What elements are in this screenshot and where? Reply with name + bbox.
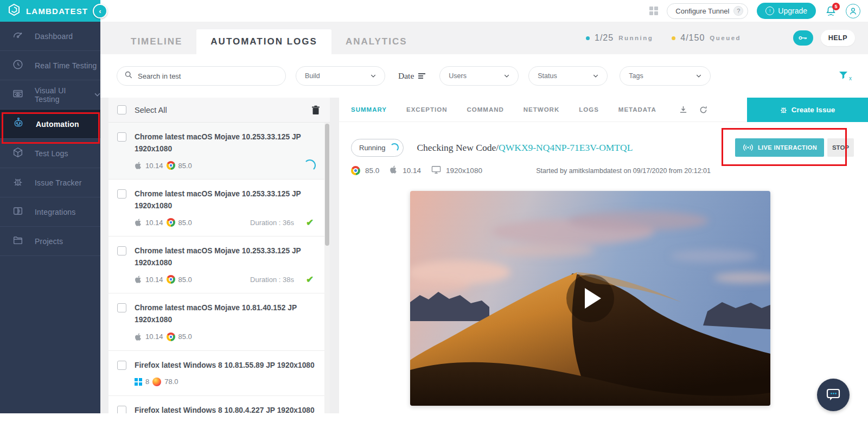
live-signal-icon <box>742 144 754 151</box>
test-title: Chrome latest macOS Mojave 10.253.33.125… <box>135 188 316 212</box>
test-detail-panel: SUMMARY EXCEPTION COMMAND NETWORK LOGS M… <box>339 98 868 413</box>
sidebar-item-test-logs[interactable]: Test Logs <box>0 139 100 168</box>
sidebar-item-label: Integrations <box>35 208 76 216</box>
notifications-bell-icon[interactable]: 5 <box>825 5 837 17</box>
test-status-icon <box>304 331 316 343</box>
filter-funnel-button[interactable]: x <box>839 71 852 81</box>
app-window: LAMBDATEST ‹ Configure Tunnel ? ↑ Upgrad… <box>0 0 868 422</box>
play-button[interactable] <box>566 274 614 322</box>
sidebar-item-label: Dashboard <box>35 32 73 41</box>
tab-logs[interactable]: LOGS <box>579 106 599 113</box>
chevron-down-icon <box>504 74 509 78</box>
test-video-player[interactable] <box>410 191 770 406</box>
main-tabs-row: TIMELINE AUTOMATION LOGS ANALYTICS 1/25 … <box>100 22 868 54</box>
access-key-button[interactable] <box>793 30 813 46</box>
test-run-code-link[interactable]: QWKX9-NQ4NP-71E3V-OMTQL <box>499 142 633 153</box>
clock-icon <box>12 59 24 72</box>
create-issue-label: Create Issue <box>792 106 835 114</box>
tab-metadata[interactable]: METADATA <box>618 106 656 113</box>
select-all-checkbox[interactable] <box>117 105 126 114</box>
chevron-down-icon <box>371 74 376 78</box>
build-dropdown[interactable]: Build <box>296 66 385 86</box>
test-list-item[interactable]: Chrome latest macOS Mojave 10.253.33.125… <box>108 236 330 293</box>
test-list-item[interactable]: Firefox latest Windows 8 10.81.55.89 JP … <box>108 351 330 396</box>
tab-exception[interactable]: EXCEPTION <box>406 106 447 113</box>
apps-grid-icon[interactable] <box>649 7 658 15</box>
browser-version: 85.0 <box>178 276 192 284</box>
tunnel-help-icon[interactable]: ? <box>733 6 743 16</box>
test-status-icon <box>304 216 316 228</box>
tab-timeline[interactable]: TIMELINE <box>117 29 196 54</box>
running-dot <box>586 36 590 40</box>
configure-tunnel-label: Configure Tunnel <box>675 7 729 15</box>
sidebar-item-integrations[interactable]: Integrations <box>0 197 100 227</box>
test-checkbox[interactable] <box>117 246 126 255</box>
test-status-icon <box>304 159 316 171</box>
sidebar-item-projects[interactable]: Projects <box>0 227 100 256</box>
running-value: 1/25 <box>595 33 614 43</box>
search-input[interactable] <box>138 72 278 80</box>
robot-icon <box>12 117 25 131</box>
download-icon[interactable] <box>679 105 687 114</box>
list-scrollbar-thumb[interactable] <box>325 124 329 246</box>
bug-icon <box>12 176 24 189</box>
delete-trash-icon[interactable] <box>311 105 320 115</box>
sidebar-item-visual-ui-testing[interactable]: Visual UI Testing <box>0 80 100 110</box>
apple-icon <box>390 165 398 176</box>
live-interaction-button[interactable]: LIVE INTERACTION <box>735 138 824 157</box>
integrations-icon <box>12 205 24 219</box>
status-dropdown[interactable]: Status <box>528 66 608 86</box>
chat-widget-button[interactable] <box>817 379 850 411</box>
browser-icon <box>167 161 175 170</box>
stop-button[interactable]: STOP <box>827 138 854 157</box>
tab-analytics[interactable]: ANALYTICS <box>331 29 422 54</box>
test-checkbox[interactable] <box>117 132 126 142</box>
browser-version: 85.0 <box>178 162 192 170</box>
search-icon <box>125 71 132 81</box>
test-list-item[interactable]: Chrome latest macOS Mojave 10.253.33.125… <box>108 123 330 180</box>
test-list-item[interactable]: Chrome latest macOS Mojave 10.81.40.152 … <box>108 293 330 350</box>
user-avatar[interactable] <box>846 4 860 18</box>
browser-icon <box>167 275 175 284</box>
test-checkbox[interactable] <box>117 303 126 312</box>
help-button[interactable]: HELP <box>821 30 855 46</box>
running-status-badge: Running <box>351 139 404 157</box>
tab-network[interactable]: NETWORK <box>524 106 559 113</box>
create-issue-button[interactable]: Create Issue <box>747 98 868 122</box>
tab-summary[interactable]: SUMMARY <box>351 106 387 113</box>
browser-icon <box>167 333 175 341</box>
topbar: LAMBDATEST ‹ Configure Tunnel ? ↑ Upgrad… <box>0 0 868 22</box>
sidebar-item-label: Projects <box>35 237 63 246</box>
date-filter[interactable]: Date <box>398 71 425 81</box>
sidebar-collapse-button[interactable]: ‹ <box>93 4 107 18</box>
status-dropdown-label: Status <box>538 72 557 80</box>
tab-automation-logs[interactable]: AUTOMATION LOGS <box>196 29 331 54</box>
browser-version: 78.0 <box>164 378 178 386</box>
users-dropdown[interactable]: Users <box>439 66 519 86</box>
sort-icon <box>418 73 425 79</box>
tab-command[interactable]: COMMAND <box>467 106 503 113</box>
test-list-item[interactable]: Chrome latest macOS Mojave 10.253.33.125… <box>108 180 330 236</box>
test-checkbox[interactable] <box>117 189 126 199</box>
users-dropdown-label: Users <box>449 72 467 80</box>
browser-icon <box>167 218 175 227</box>
sidebar-item-label: Test Logs <box>35 149 68 158</box>
search-box <box>117 66 286 86</box>
sidebar-item-automation[interactable]: Automation <box>0 110 100 139</box>
test-duration: Duration : 36s <box>250 219 294 227</box>
sidebar-item-real-time-testing[interactable]: Real Time Testing <box>0 51 100 80</box>
configure-tunnel-button[interactable]: Configure Tunnel ? <box>667 3 748 19</box>
tags-dropdown[interactable]: Tags <box>620 66 711 86</box>
build-dropdown-label: Build <box>305 72 320 80</box>
test-list-item[interactable]: Firefox latest Windows 8 10.80.4.227 JP … <box>108 396 330 413</box>
test-checkbox[interactable] <box>117 361 126 370</box>
brand-name: LAMBDATEST <box>26 7 88 16</box>
upgrade-button[interactable]: ↑ Upgrade <box>757 3 816 19</box>
refresh-icon[interactable] <box>699 106 707 114</box>
test-duration: Duration : 38s <box>250 276 294 284</box>
test-checkbox[interactable] <box>117 406 126 413</box>
sidebar-item-dashboard[interactable]: Dashboard <box>0 22 100 51</box>
sidebar-item-issue-tracker[interactable]: Issue Tracker <box>0 168 100 197</box>
os-version: 10.14 <box>145 276 163 284</box>
clear-filter-x[interactable]: x <box>849 75 852 81</box>
